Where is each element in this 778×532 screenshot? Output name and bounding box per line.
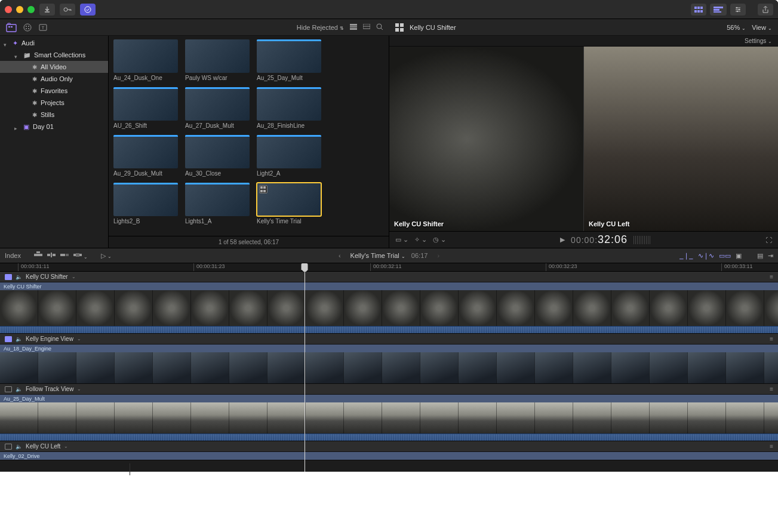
clip-thumbnail[interactable]	[185, 87, 250, 121]
zoom-window[interactable]	[27, 6, 35, 13]
connect-clip-icon[interactable]	[34, 251, 42, 260]
close-window[interactable]	[5, 6, 12, 13]
disclosure-icon[interactable]	[4, 41, 9, 46]
browser-clip[interactable]: Au_28_FinishLine	[257, 87, 321, 129]
angle-editor-timeline[interactable]: 🔈Kelly CU Shifter⌄≡Kelly CU Shifter🔈Kell…	[0, 272, 778, 472]
chevron-down-icon[interactable]: ⌄	[77, 336, 81, 342]
lane-menu-icon[interactable]: ≡	[770, 336, 773, 342]
sidebar-item-audio-only[interactable]: Audio Only	[0, 73, 108, 85]
timecode-display[interactable]: 00:00:32:06	[571, 233, 628, 246]
lane-header[interactable]: 🔈Kelly CU Shifter⌄≡	[0, 272, 778, 282]
timeline-back[interactable]: ‹	[335, 252, 345, 259]
tool-dropdown[interactable]: ▷ ⌄	[101, 252, 112, 260]
lane-header[interactable]: 🔈Follow Track View⌄≡	[0, 384, 778, 395]
retime-dropdown[interactable]: ◷ ⌄	[433, 236, 446, 244]
sidebar-item-projects[interactable]: Projects	[0, 97, 108, 109]
timeline-ruler[interactable]: 00:00:31:11 00:00:31:23 00:00:32:11 00:0…	[0, 263, 778, 272]
angle-view-1[interactable]: Kelly CU Shifter	[389, 47, 583, 231]
browser-clip[interactable]: Au_24_Dusk_One	[113, 39, 178, 81]
monitor-audio-icon[interactable]: 🔈	[16, 274, 22, 280]
clip-thumbnail[interactable]	[185, 39, 250, 73]
browser-clip[interactable]: Au_29_Dusk_Mult	[113, 135, 178, 177]
sidebar-smart-collections[interactable]: Smart Collections	[0, 49, 108, 61]
playhead[interactable]	[302, 263, 308, 270]
titles-icon[interactable]: T	[38, 23, 48, 32]
monitor-video-icon[interactable]	[5, 274, 12, 280]
clip-appearance-icon[interactable]: ▤	[757, 252, 763, 260]
disclosure-icon[interactable]	[14, 53, 20, 58]
keyword-button[interactable]	[60, 4, 75, 16]
clip-thumbnail[interactable]	[257, 183, 321, 216]
minimize-window[interactable]	[16, 6, 23, 13]
browser-clip[interactable]: Light2_A	[257, 135, 321, 177]
monitor-video-icon[interactable]	[5, 386, 12, 392]
angle-view-2[interactable]: Kelly CU Left	[583, 47, 778, 231]
clip-thumbnail[interactable]	[257, 135, 321, 168]
sidebar-event-day01[interactable]: ▣ Day 01	[0, 121, 108, 133]
lane-filmstrip[interactable]	[0, 290, 778, 326]
lane-filmstrip[interactable]	[0, 402, 778, 433]
monitor-video-icon[interactable]	[5, 444, 12, 450]
transform-dropdown[interactable]: ▭ ⌄	[395, 236, 408, 244]
clip-thumbnail[interactable]	[113, 87, 178, 121]
browser-clip[interactable]: Au_25_Day_Mult	[257, 39, 321, 81]
toggle-inspector[interactable]	[730, 4, 746, 16]
monitor-video-icon[interactable]	[5, 336, 12, 342]
lane-filmstrip[interactable]	[0, 352, 778, 383]
angle-lane[interactable]: 🔈Kelly Engine View⌄≡Au_18_Day_Engine	[0, 334, 778, 384]
browser-clip[interactable]: Pauly WS w/car	[185, 39, 250, 81]
index-button[interactable]: Index	[5, 252, 21, 259]
play-button[interactable]: ▶	[560, 236, 565, 244]
timeline-title[interactable]: Kelly's Time Trial ⌄	[350, 252, 405, 259]
toggle-timeline[interactable]	[710, 4, 727, 16]
skimming-icon[interactable]: ⎯❘⎯	[679, 252, 693, 260]
clip-appearance-icon[interactable]	[350, 24, 357, 31]
clip-thumbnail[interactable]	[185, 135, 250, 168]
angle-lane[interactable]: 🔈Follow Track View⌄≡Au_25_Day_Mult	[0, 384, 778, 441]
browser-clip[interactable]: Lights1_A	[185, 183, 250, 225]
background-tasks-button[interactable]	[80, 4, 96, 16]
browser-clip[interactable]: Lights2_B	[113, 183, 178, 225]
search-icon[interactable]	[376, 23, 383, 32]
sidebar-library[interactable]: ✦ Audi	[0, 37, 108, 49]
append-clip-icon[interactable]	[60, 251, 69, 260]
angle-lane[interactable]: 🔈Kelly CU Left⌄≡Kelly_02_Drive	[0, 441, 778, 460]
angle-viewer[interactable]: Kelly CU Shifter Kelly CU Left	[389, 47, 778, 231]
view-dropdown[interactable]: View ⌄	[752, 24, 772, 31]
monitor-audio-icon[interactable]: 🔈	[16, 386, 22, 392]
audio-skimming-icon[interactable]: ∿❘∿	[698, 252, 714, 260]
sidebar-item-favorites[interactable]: Favorites	[0, 85, 108, 97]
browser-clip[interactable]: Kelly's Time Trial	[257, 183, 321, 225]
sidebar-item-stills[interactable]: Stills	[0, 109, 108, 121]
chevron-down-icon[interactable]: ⌄	[64, 444, 68, 449]
toggle-browser[interactable]	[691, 4, 706, 16]
media-icon[interactable]	[23, 23, 32, 32]
monitor-audio-icon[interactable]: 🔈	[16, 444, 22, 450]
angle-lane[interactable]: 🔈Kelly CU Shifter⌄≡Kelly CU Shifter	[0, 272, 778, 334]
snapping-icon[interactable]: ▣	[736, 252, 742, 260]
timeline-forward[interactable]: ›	[433, 252, 443, 259]
browser-clip[interactable]: Au_27_Dusk_Mult	[185, 87, 250, 129]
angle-grid-icon[interactable]	[395, 23, 404, 32]
monitor-audio-icon[interactable]: 🔈	[16, 336, 22, 342]
browser-clip[interactable]: Au_30_Close	[185, 135, 250, 177]
filter-dropdown[interactable]: Hide Rejected ⇅	[297, 24, 344, 31]
settings-dropdown[interactable]: Settings ⌄	[745, 38, 772, 44]
share-button[interactable]	[758, 4, 773, 16]
list-view-icon[interactable]	[363, 24, 370, 31]
lane-menu-icon[interactable]: ≡	[770, 386, 773, 392]
lane-header[interactable]: 🔈Kelly CU Left⌄≡	[0, 441, 778, 452]
lane-menu-icon[interactable]: ≡	[770, 443, 773, 450]
zoom-dropdown[interactable]: 56% ⌄	[727, 24, 746, 31]
chevron-down-icon[interactable]: ⌄	[72, 274, 76, 279]
clip-thumbnail[interactable]	[257, 39, 321, 73]
clip-thumbnail[interactable]	[257, 87, 321, 121]
disclosure-icon[interactable]	[14, 124, 20, 130]
lane-menu-icon[interactable]: ≡	[770, 273, 773, 280]
overwrite-clip-icon[interactable]: ⌄	[73, 251, 88, 260]
browser-clip[interactable]: AU_26_Shift	[113, 87, 178, 129]
import-button[interactable]	[39, 4, 55, 16]
solo-icon[interactable]: ▭▭	[719, 252, 731, 260]
insert-clip-icon[interactable]	[47, 251, 56, 260]
enhance-dropdown[interactable]: ✧ ⌄	[414, 236, 427, 244]
